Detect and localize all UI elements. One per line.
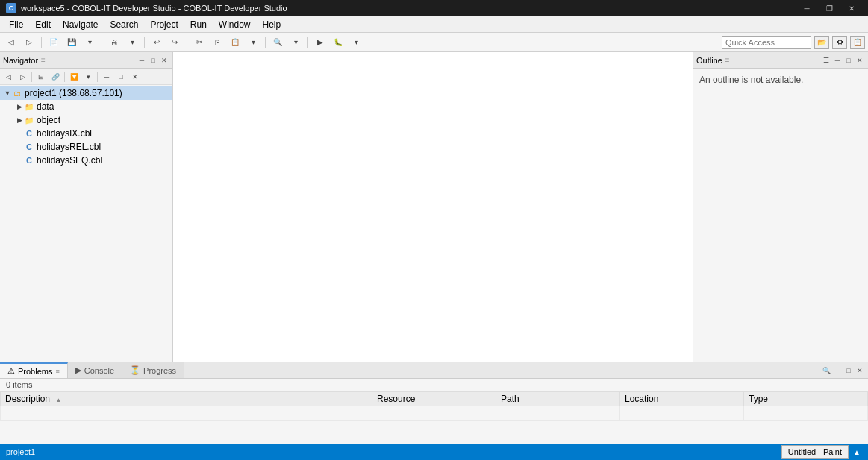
project-toggle: ▼ <box>3 89 12 98</box>
nav-collapse-btn[interactable]: ⊟ <box>34 70 48 84</box>
navigator-tree: ▼ 🗂 project1 (138.68.57.101) ▶ 📁 data ▶ … <box>0 85 172 362</box>
nav-back-btn[interactable]: ◁ <box>1 70 15 84</box>
outline-title-text: Outline <box>696 56 722 65</box>
title-bar-left: C workspace5 - COBOL-IT Developer Studio… <box>6 3 287 13</box>
navigator-maximize-btn[interactable]: □ <box>148 55 158 66</box>
nav-filter-btn[interactable]: 🔽 <box>67 70 81 84</box>
toolbar-undo-btn[interactable]: ↩ <box>149 35 165 50</box>
nav-maximize-btn[interactable]: □ <box>114 70 128 84</box>
navigator-panel: Navigator ≡ ─ □ ✕ ◁ ▷ ⊟ 🔗 🔽 ▾ ─ <box>0 52 173 362</box>
status-bar-left: project1 <box>6 447 35 456</box>
tree-file-holidaysrel[interactable]: ▶ C holidaysREL.cbl <box>0 140 172 154</box>
toolbar-dropdown-5[interactable]: ▾ <box>348 35 364 50</box>
toolbar-search-btn[interactable]: 🔍 <box>269 35 286 50</box>
bottom-close-btn[interactable]: ✕ <box>855 365 865 376</box>
tab-progress[interactable]: ⏳ Progress <box>122 362 184 378</box>
col-header-type[interactable]: Type <box>744 392 868 406</box>
close-button[interactable]: ✕ <box>841 1 862 15</box>
menu-bar: File Edit Navigate Search Project Run Wi… <box>0 16 868 33</box>
quick-access-input[interactable] <box>722 36 811 49</box>
col-header-resource[interactable]: Resource <box>372 392 496 406</box>
bottom-minimize-btn[interactable]: ─ <box>832 365 843 376</box>
problems-tab-label: Problems <box>18 367 52 376</box>
minimize-button[interactable]: ─ <box>796 1 817 15</box>
menu-window[interactable]: Window <box>213 18 257 31</box>
toolbar-run-btn[interactable]: ▶ <box>312 35 328 50</box>
tree-file-holidaysseq[interactable]: ▶ C holidaysSEQ.cbl <box>0 154 172 167</box>
outline-minimize-btn[interactable]: ─ <box>832 55 843 66</box>
navigator-close-btn[interactable]: ✕ <box>159 55 169 66</box>
progress-tab-label: Progress <box>143 366 176 375</box>
data-folder-icon: 📁 <box>24 101 34 112</box>
tree-object-folder[interactable]: ▶ 📁 object <box>0 113 172 127</box>
navigator-title-text: Navigator <box>3 56 38 65</box>
menu-project[interactable]: Project <box>144 18 184 31</box>
progress-tab-icon: ⏳ <box>130 365 140 375</box>
col-header-path[interactable]: Path <box>496 392 620 406</box>
bottom-filter-btn[interactable]: 🔍 <box>821 365 831 376</box>
toolbar-new-btn[interactable]: 📄 <box>46 35 62 50</box>
outline-tab-indicator: ≡ <box>725 56 730 64</box>
tree-data-folder[interactable]: ▶ 📁 data <box>0 100 172 113</box>
toolbar-back-btn[interactable]: ◁ <box>3 35 19 50</box>
holidaysrel-icon: C <box>24 142 34 152</box>
navigator-tab-indicator: ≡ <box>41 56 46 64</box>
empty-cell-1 <box>1 406 372 421</box>
menu-navigate[interactable]: Navigate <box>57 18 104 31</box>
tab-problems[interactable]: ⚠ Problems ≡ <box>0 362 68 378</box>
nav-link-btn[interactable]: 🔗 <box>49 70 62 84</box>
data-folder-label: data <box>37 101 54 112</box>
menu-help[interactable]: Help <box>257 18 287 31</box>
tree-project-item[interactable]: ▼ 🗂 project1 (138.68.57.101) <box>0 86 172 100</box>
problems-status: 0 items <box>0 379 868 391</box>
taskbar-paint-item[interactable]: Untitled - Paint <box>781 445 849 459</box>
nav-dropdown-btn[interactable]: ▾ <box>81 70 95 84</box>
col-header-description[interactable]: Description ▲ <box>1 392 372 406</box>
outline-maximize-btn[interactable]: □ <box>843 55 854 66</box>
toolbar-copy-btn[interactable]: ⎘ <box>209 35 225 50</box>
toolbar-forward-btn[interactable]: ▷ <box>21 35 37 50</box>
menu-file[interactable]: File <box>3 18 29 31</box>
taskbar-expand-btn[interactable]: ▲ <box>852 447 862 457</box>
outline-panel-header: Outline ≡ ☰ ─ □ ✕ <box>693 52 868 69</box>
outline-panel: Outline ≡ ☰ ─ □ ✕ An outline is not avai… <box>693 52 868 362</box>
toolbar-cut-btn[interactable]: ✂ <box>191 35 207 50</box>
quick-access-area: 📂 ⚙ 📋 <box>722 36 865 49</box>
problems-table-body <box>1 406 868 421</box>
restore-button[interactable]: ❐ <box>819 1 840 15</box>
col-header-location[interactable]: Location <box>620 392 744 406</box>
tree-file-holidaysix[interactable]: ▶ C holidaysIX.cbl <box>0 127 172 140</box>
nav-forward-btn[interactable]: ▷ <box>16 70 29 84</box>
quick-access-open-btn[interactable]: 📂 <box>814 36 829 49</box>
toolbar-redo-btn[interactable]: ↪ <box>166 35 183 50</box>
outline-panel-controls: ☰ ─ □ ✕ <box>821 55 865 66</box>
navigator-minimize-btn[interactable]: ─ <box>137 55 147 66</box>
nav-minimize-btn[interactable]: ─ <box>100 70 113 84</box>
status-bar-right: Untitled - Paint ▲ <box>781 445 862 459</box>
tab-console[interactable]: ▶ Console <box>68 362 122 378</box>
menu-run[interactable]: Run <box>184 18 213 31</box>
toolbar-dropdown-3[interactable]: ▾ <box>245 35 261 50</box>
holidaysrel-label: holidaysREL.cbl <box>37 142 101 152</box>
menu-search[interactable]: Search <box>104 18 144 31</box>
holidaysix-icon: C <box>24 128 34 139</box>
toolbar-sep-1 <box>41 37 42 48</box>
quick-access-settings-btn[interactable]: ⚙ <box>832 36 847 49</box>
holidaysseq-label: holidaysSEQ.cbl <box>37 155 102 166</box>
bottom-maximize-btn[interactable]: □ <box>843 365 854 376</box>
toolbar-debug-btn[interactable]: 🐛 <box>330 35 346 50</box>
nav-close-btn2[interactable]: ✕ <box>128 70 142 84</box>
toolbar-paste-btn[interactable]: 📋 <box>227 35 243 50</box>
toolbar-dropdown-4[interactable]: ▾ <box>287 35 304 50</box>
toolbar-dropdown-2[interactable]: ▾ <box>124 35 140 50</box>
toolbar-print-btn[interactable]: 🖨 <box>106 35 122 50</box>
sort-arrow-icon: ▲ <box>55 397 61 403</box>
outline-close-btn[interactable]: ✕ <box>855 55 865 66</box>
editor-area <box>173 52 693 362</box>
quick-access-extra-btn[interactable]: 📋 <box>850 36 865 49</box>
menu-edit[interactable]: Edit <box>29 18 57 31</box>
toolbar-save-btn[interactable]: 💾 <box>63 35 80 50</box>
outline-toolbar-btn[interactable]: ☰ <box>821 55 831 66</box>
empty-cell-4 <box>620 406 744 421</box>
toolbar-dropdown-1[interactable]: ▾ <box>81 35 98 50</box>
